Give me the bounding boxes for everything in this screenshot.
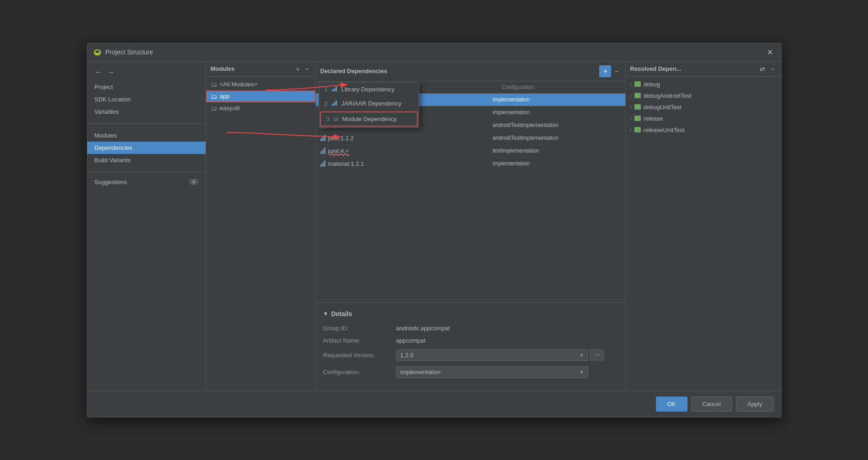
resolved-item-debugunittest[interactable]: › debugUnitTest xyxy=(626,101,781,113)
module-dep-number: 3 xyxy=(326,116,330,122)
all-modules-folder-icon: 🗂 xyxy=(211,81,217,88)
version-select-value: 1.2.0 xyxy=(400,352,414,359)
dep-row-junit112[interactable]: junit:1.1.2 androidTestImplementation xyxy=(316,132,625,145)
svg-rect-8 xyxy=(97,54,99,56)
modules-add-button[interactable]: + xyxy=(294,65,301,73)
group-id-label: Group ID: xyxy=(323,325,396,332)
resolved-item-releaseunittest[interactable]: › releaseUnitTest xyxy=(626,124,781,136)
project-structure-dialog: Project Structure ✕ ← → Project SDK Loca… xyxy=(87,43,782,418)
resolved-item-release[interactable]: › release xyxy=(626,113,781,124)
jar-dep-label: JAR/AAR Dependency xyxy=(341,100,402,107)
declared-dep-actions: + − xyxy=(599,65,620,77)
module-dep-icon: 🗂 xyxy=(333,116,339,122)
resolved-item-debug[interactable]: › debug xyxy=(626,79,781,90)
details-title: Details xyxy=(331,310,352,317)
dialog-title: Project Structure xyxy=(106,48,153,56)
version-edit-button[interactable]: ⋯ xyxy=(590,349,604,360)
dep-config-appcompat: implementation xyxy=(493,96,621,103)
sidebar-nav: ← → xyxy=(87,65,206,79)
svg-rect-11 xyxy=(335,86,337,91)
svg-point-1 xyxy=(98,50,99,51)
modules-panel-header: Modules + − xyxy=(206,62,315,77)
resolved-release-label: release xyxy=(644,115,663,122)
nav-forward-button[interactable]: → xyxy=(106,67,117,77)
resolved-debugandroidtest-folder-color xyxy=(634,93,641,98)
resolved-header: Resolved Depen... ⇄ − xyxy=(626,62,781,77)
modules-panel-actions: + − xyxy=(294,65,310,73)
resolved-debugunittest-chevron: › xyxy=(630,105,632,110)
module-item-all-modules[interactable]: 🗂 <All Modules> xyxy=(206,79,315,90)
modules-panel-title: Modules xyxy=(211,65,235,72)
details-collapse-icon: ▼ xyxy=(323,311,329,317)
dropdown-menu: 1 Library Dependency 2 xyxy=(319,82,419,128)
library-dep-icon xyxy=(331,85,338,93)
detail-row-config: Configuration: implementation ▼ xyxy=(323,366,618,378)
group-id-value: androidx.appcompat xyxy=(396,325,450,332)
svg-rect-5 xyxy=(94,51,95,54)
declared-dep-remove-button[interactable]: − xyxy=(613,65,620,77)
sidebar-item-project[interactable]: Project xyxy=(87,81,206,93)
dep-name-material: material:1.2.1 xyxy=(320,160,493,167)
sidebar-item-suggestions[interactable]: Suggestions 4 xyxy=(87,176,206,188)
easyutil-folder-icon: 🗂 xyxy=(211,105,217,112)
resolved-debugandroidtest-label: debugAndroidTest xyxy=(644,92,692,99)
detail-row-version: Requested Version: 1.2.0 ▼ ⋯ xyxy=(323,349,618,361)
dep-row-material[interactable]: material:1.2.1 implementation xyxy=(316,158,625,170)
dropdown-jar-dep[interactable]: 2 JAR/AAR Dependency xyxy=(319,96,419,111)
svg-rect-13 xyxy=(334,102,335,106)
sidebar-item-modules[interactable]: Modules xyxy=(87,129,206,142)
resolved-panel-expand-button[interactable]: ⇄ xyxy=(758,65,767,73)
close-button[interactable]: ✕ xyxy=(764,47,776,58)
app-label: app xyxy=(220,93,230,100)
resolved-release-folder-color xyxy=(634,116,641,121)
svg-rect-12 xyxy=(332,104,333,106)
nav-back-button[interactable]: ← xyxy=(93,67,104,77)
resolved-debugunittest-label: debugUnitTest xyxy=(644,104,682,111)
cancel-button[interactable]: Cancel xyxy=(691,397,732,412)
version-input-wrap: 1.2.0 ▼ ⋯ xyxy=(396,349,604,361)
dep-bar-icon xyxy=(320,160,325,167)
ok-button[interactable]: OK xyxy=(656,397,687,412)
resolved-item-debugandroidtest[interactable]: › debugAndroidTest xyxy=(626,90,781,101)
dep-config-espresso: androidTestImplementation xyxy=(493,122,621,128)
svg-rect-14 xyxy=(335,100,337,106)
suggestions-label: Suggestions xyxy=(95,179,128,185)
dep-config-constraintlayout: implementation xyxy=(493,109,621,116)
resolved-debug-chevron: › xyxy=(630,82,632,87)
svg-rect-9 xyxy=(332,90,333,91)
module-item-app[interactable]: 🗂 app xyxy=(206,90,315,102)
resolved-release-chevron: › xyxy=(630,116,632,121)
dropdown-library-dep[interactable]: 1 Library Dependency xyxy=(319,82,419,96)
details-header[interactable]: ▼ Details xyxy=(323,310,618,317)
apply-button[interactable]: Apply xyxy=(736,397,774,412)
declared-dependencies-header: Declared Dependencies + − xyxy=(316,62,625,81)
sidebar: ← → Project SDK Location Variables Modul… xyxy=(87,62,206,391)
svg-rect-10 xyxy=(334,88,335,91)
suggestions-badge: 4 xyxy=(189,179,198,185)
sidebar-item-build-variants[interactable]: Build Variants xyxy=(87,154,206,166)
version-select-arrow: ▼ xyxy=(580,353,584,358)
sidebar-item-variables[interactable]: Variables xyxy=(87,106,206,118)
artifact-label: Artifact Name: xyxy=(323,337,396,344)
resolved-list: › debug › debugAndroidTest › debugUnitTe… xyxy=(626,77,781,391)
svg-rect-7 xyxy=(96,54,97,56)
sidebar-item-sdk-location[interactable]: SDK Location xyxy=(87,93,206,106)
resolved-debugunittest-folder-color xyxy=(634,104,641,110)
config-select-value: implementation xyxy=(400,369,441,375)
dep-row-junit4[interactable]: junit:4.+ testImplementation xyxy=(316,145,625,158)
declared-dep-add-button[interactable]: + xyxy=(599,65,611,77)
version-select[interactable]: 1.2.0 ▼ xyxy=(396,349,588,361)
resolved-releaseunittest-label: releaseUnitTest xyxy=(644,127,685,133)
dep-config-junit4: testImplementation xyxy=(493,148,621,154)
modules-panel: Modules + − 🗂 <All Modules> 🗂 app xyxy=(206,62,316,391)
modules-remove-button[interactable]: − xyxy=(303,65,310,73)
dropdown-module-dep[interactable]: 3 🗂 Module Dependency xyxy=(320,111,418,127)
sidebar-item-dependencies[interactable]: Dependencies xyxy=(87,142,206,154)
resolved-panel-collapse-button[interactable]: − xyxy=(769,65,776,73)
modules-list: 🗂 <All Modules> 🗂 app 🗂 easyutil xyxy=(206,77,315,391)
module-item-easyutil[interactable]: 🗂 easyutil xyxy=(206,102,315,114)
resolved-releaseunittest-folder-color xyxy=(634,127,641,132)
dep-col-config-header: Configuration xyxy=(497,81,625,93)
config-select[interactable]: implementation ▼ xyxy=(396,366,588,378)
details-section: ▼ Details Group ID: androidx.appcompat A… xyxy=(316,302,625,391)
